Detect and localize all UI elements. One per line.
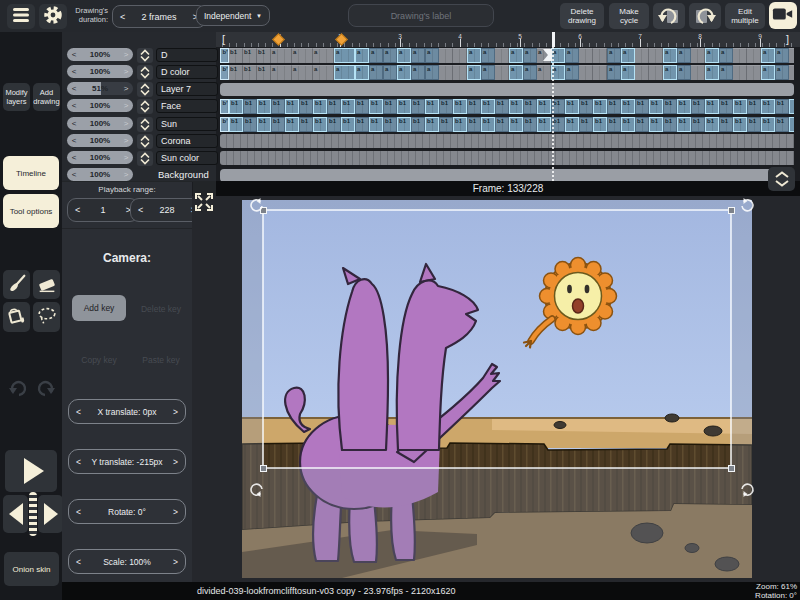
camera-y-translate-stepper[interactable]: < Y translate: -215px > bbox=[68, 449, 186, 474]
timeline-cell[interactable]: a bbox=[355, 65, 369, 80]
timeline-cell[interactable]: a bbox=[313, 48, 334, 63]
timeline-cell[interactable]: b1 bbox=[439, 117, 453, 132]
opacity-decrement[interactable]: < bbox=[67, 67, 81, 76]
copy-key-button[interactable]: Copy key bbox=[72, 355, 126, 365]
timeline-cell[interactable]: b1 bbox=[607, 117, 621, 132]
timeline-cell[interactable]: b1 bbox=[649, 99, 663, 114]
timeline-cell[interactable]: a bbox=[523, 48, 537, 63]
timeline-cell[interactable] bbox=[789, 117, 794, 132]
canvas-area[interactable] bbox=[192, 196, 800, 582]
timeline-cell[interactable]: b1 bbox=[327, 99, 341, 114]
timeline-cell[interactable] bbox=[579, 65, 593, 80]
opacity-decrement[interactable]: < bbox=[67, 50, 81, 59]
timeline-track[interactable]: b'b1b1b1aaaaaaaaaaaaaaaaaaaaaaaaa bbox=[220, 65, 794, 80]
timeline-cell[interactable]: b1 bbox=[663, 99, 677, 114]
timeline-cell[interactable]: b1 bbox=[467, 99, 481, 114]
timeline-cell[interactable]: a bbox=[677, 48, 691, 63]
timeline-cell[interactable]: b1 bbox=[383, 99, 397, 114]
drawing-duration-stepper[interactable]: < 2 frames > bbox=[112, 5, 206, 28]
layer-name[interactable]: Sun bbox=[156, 117, 218, 131]
timeline-cell[interactable]: b1 bbox=[747, 99, 761, 114]
timeline-cell[interactable]: b1 bbox=[621, 99, 635, 114]
paste-key-button[interactable]: Paste key bbox=[134, 355, 188, 365]
opacity-increment[interactable]: > bbox=[119, 170, 133, 179]
timeline-cell[interactable]: a bbox=[383, 48, 397, 63]
timeline-cell[interactable]: a bbox=[621, 65, 635, 80]
lasso-tool-button[interactable] bbox=[33, 302, 60, 332]
timeline-cell[interactable]: b1 bbox=[537, 99, 551, 114]
opacity-decrement[interactable]: < bbox=[67, 153, 81, 162]
make-cycle-button[interactable]: Make cycle bbox=[609, 3, 649, 29]
timeline-cell[interactable]: b1 bbox=[425, 117, 439, 132]
timeline-cell[interactable]: b1 bbox=[313, 117, 327, 132]
layer-name[interactable]: Corona bbox=[156, 134, 218, 148]
timeline-cell[interactable]: b1 bbox=[341, 99, 355, 114]
timeline-cell[interactable]: a bbox=[411, 48, 425, 63]
timeline-cell[interactable]: a bbox=[397, 48, 411, 63]
timeline-cell[interactable]: b1 bbox=[509, 99, 523, 114]
layer-reorder-control[interactable] bbox=[137, 151, 153, 166]
timeline-cell[interactable]: b1 bbox=[635, 117, 649, 132]
timeline-cell[interactable]: a bbox=[334, 48, 355, 63]
timeline-cell[interactable]: a bbox=[607, 65, 621, 80]
timeline-cell[interactable]: b1 bbox=[229, 65, 243, 80]
timeline-cell[interactable] bbox=[747, 65, 761, 80]
timeline-cell[interactable]: a bbox=[369, 65, 383, 80]
timeline-cell[interactable]: a bbox=[411, 65, 425, 80]
timeline-cell[interactable]: b1 bbox=[523, 99, 537, 114]
layer-name[interactable]: D bbox=[156, 48, 218, 62]
timeline-cell[interactable]: b' bbox=[220, 65, 229, 80]
timeline-cell[interactable]: b1 bbox=[355, 117, 369, 132]
rotate-handle-top-left-icon[interactable] bbox=[248, 197, 264, 213]
timeline-cell[interactable]: b1 bbox=[719, 117, 733, 132]
timeline-cell[interactable]: b1 bbox=[299, 117, 313, 132]
camera-keyframe-marker[interactable] bbox=[272, 33, 285, 46]
layer-name[interactable]: D color bbox=[156, 65, 218, 79]
timeline-track[interactable]: b'b1b1b1b1b1b1b1b1b1b1b1b1b1b1b1b1b1b1b1… bbox=[220, 117, 794, 132]
onion-skin-button[interactable]: Onion skin bbox=[4, 552, 59, 586]
timeline-track[interactable] bbox=[220, 134, 794, 149]
tab-tool-options[interactable]: Tool options bbox=[3, 194, 59, 228]
timeline-cell[interactable]: b' bbox=[220, 99, 229, 114]
next-frame-button[interactable] bbox=[38, 495, 63, 533]
timeline-cell[interactable]: b1 bbox=[285, 117, 299, 132]
timeline-cell[interactable] bbox=[789, 65, 794, 80]
timeline-cell[interactable]: a bbox=[621, 48, 635, 63]
redo-drawing-button[interactable] bbox=[689, 3, 721, 29]
layer-opacity-stepper[interactable]: <100%> bbox=[67, 48, 133, 61]
layer-name[interactable]: Face bbox=[156, 99, 218, 113]
camera-frame-handle-top-right[interactable] bbox=[728, 207, 735, 214]
timeline-cell[interactable]: a bbox=[677, 65, 691, 80]
opacity-increment[interactable]: > bbox=[119, 136, 133, 145]
timeline-cell[interactable]: b1 bbox=[481, 117, 495, 132]
settings-button[interactable] bbox=[39, 4, 67, 29]
timeline-cell[interactable] bbox=[495, 65, 509, 80]
timeline-cell[interactable]: a bbox=[523, 65, 537, 80]
eraser-tool-button[interactable] bbox=[33, 270, 60, 299]
timeline-cell[interactable]: b1 bbox=[621, 117, 635, 132]
timeline-cell[interactable]: a bbox=[663, 65, 677, 80]
layer-reorder-control[interactable] bbox=[137, 134, 153, 149]
timeline-cell[interactable]: a bbox=[565, 65, 579, 80]
timeline-cell[interactable]: a bbox=[481, 48, 495, 63]
timeline-cell[interactable] bbox=[439, 65, 453, 80]
playhead[interactable] bbox=[552, 32, 555, 47]
frame-scrub-handle[interactable] bbox=[29, 492, 37, 536]
timeline-cell[interactable]: b1 bbox=[733, 117, 747, 132]
undo-drawing-button[interactable] bbox=[653, 3, 685, 29]
layer-reorder-control[interactable] bbox=[137, 117, 153, 132]
timeline-cell[interactable]: b1 bbox=[425, 99, 439, 114]
timeline-cell[interactable]: a bbox=[761, 65, 775, 80]
paint-bucket-tool-button[interactable] bbox=[3, 302, 30, 332]
timeline-cell[interactable]: a bbox=[383, 65, 397, 80]
layer-opacity-stepper[interactable]: <100%> bbox=[67, 117, 133, 130]
timeline-cell[interactable]: b1 bbox=[243, 117, 257, 132]
opacity-decrement[interactable]: < bbox=[67, 119, 81, 128]
timeline-track[interactable]: b'b1b1b1b1b1b1b1b1b1b1b1b1b1b1b1b1b1b1b1… bbox=[220, 99, 794, 114]
opacity-increment[interactable]: > bbox=[119, 101, 133, 110]
timeline-cell[interactable]: b1 bbox=[229, 117, 243, 132]
timeline-cell[interactable]: b1 bbox=[299, 99, 313, 114]
opacity-decrement[interactable]: < bbox=[67, 101, 81, 110]
timeline-cell[interactable]: a bbox=[565, 48, 579, 63]
layer-reorder-control[interactable] bbox=[137, 99, 153, 114]
